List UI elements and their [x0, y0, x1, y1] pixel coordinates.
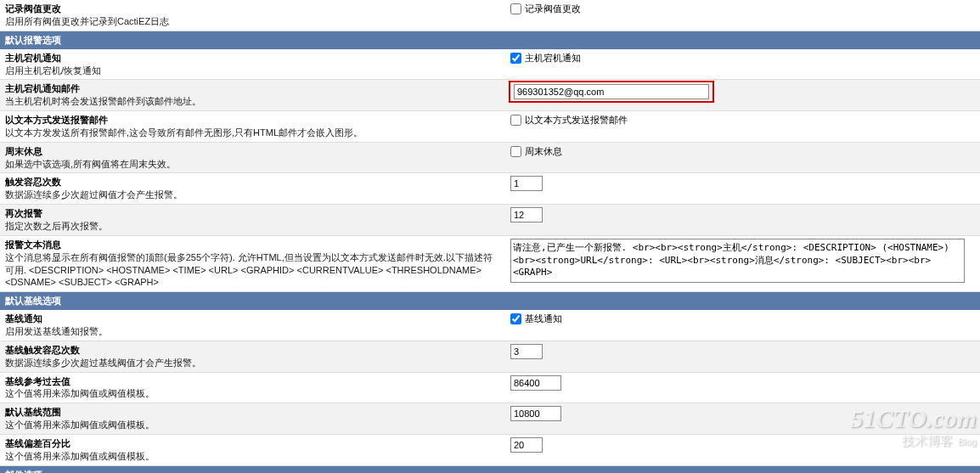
weekend-checkbox[interactable] — [510, 146, 521, 157]
baseline-notify-checkbox[interactable] — [510, 313, 521, 324]
realert-row: 再次报警 指定次数之后再次报警。 — [0, 205, 980, 236]
baseline-notify-row: 基线通知 启用发送基线通知报警。 基线通知 — [0, 310, 980, 341]
alert-msg-title: 报警文本消息 — [5, 239, 500, 251]
baseline-past-input[interactable] — [510, 375, 561, 391]
baseline-notify-desc: 启用发送基线通知报警。 — [5, 325, 500, 338]
log-threshold-row: 记录阀值更改 启用所有阀值更改并记录到CactiEZ日志 记录阀值更改 — [0, 0, 980, 31]
baseline-past-row: 基线参考过去值 这个值将用来添加阀值或阀值模板。 — [0, 373, 980, 404]
realert-desc: 指定次数之后再次报警。 — [5, 220, 500, 233]
text-mail-row: 以文本方式发送报警邮件 以文本方发发送所有报警邮件,这会导致所有邮件无图形,只有… — [0, 111, 980, 143]
baseline-trigger-row: 基线触发容忍次数 数据源连续多少次超过基线阀值才会产生报警。 — [0, 341, 980, 373]
baseline-notify-title: 基线通知 — [5, 313, 500, 325]
realert-title: 再次报警 — [5, 207, 500, 220]
weekend-title: 周末休息 — [5, 145, 500, 158]
weekend-checkbox-wrap[interactable]: 周末休息 — [510, 145, 562, 158]
host-down-email-title: 主机宕机通知邮件 — [5, 82, 500, 95]
host-down-email-input[interactable] — [514, 84, 709, 99]
log-threshold-chk-label: 记录阀值更改 — [525, 3, 581, 15]
trigger-count-input[interactable] — [510, 176, 543, 191]
baseline-trigger-desc: 数据源连续多少次超过基线阀值才会产生报警。 — [5, 357, 500, 369]
text-mail-checkbox[interactable] — [510, 115, 521, 126]
text-mail-desc: 以文本方发发送所有报警邮件,这会导致所有邮件无图形,只有HTML邮件才会嵌入图形… — [5, 127, 500, 139]
alert-section-header: 默认报警选项 — [0, 31, 980, 49]
host-down-email-highlight — [509, 81, 714, 103]
log-threshold-checkbox[interactable] — [510, 3, 521, 14]
baseline-notify-checkbox-wrap[interactable]: 基线通知 — [510, 313, 562, 325]
baseline-trigger-input[interactable] — [510, 344, 543, 359]
trigger-count-row: 触发容忍次数 数据源连续多少次超过阀值才会产生报警。 — [0, 173, 980, 205]
weekend-desc: 如果选中该选项,所有阀值将在周末失效。 — [5, 158, 500, 171]
host-down-notify-chk-label: 主机宕机通知 — [525, 52, 581, 65]
trigger-count-title: 触发容忍次数 — [5, 176, 500, 189]
host-down-notify-checkbox[interactable] — [510, 53, 521, 64]
text-mail-checkbox-wrap[interactable]: 以文本方式发送报警邮件 — [510, 114, 628, 127]
baseline-pct-title: 基线偏差百分比 — [5, 437, 500, 450]
text-mail-chk-label: 以文本方式发送报警邮件 — [525, 114, 628, 127]
host-down-notify-title: 主机宕机通知 — [5, 52, 500, 65]
baseline-section-header: 默认基线选项 — [0, 292, 980, 310]
baseline-pct-input[interactable] — [510, 437, 543, 453]
host-down-notify-desc: 启用主机宕机/恢复通知 — [5, 65, 500, 77]
host-down-email-row: 主机宕机通知邮件 当主机宕机时将会发送报警邮件到该邮件地址。 — [0, 80, 980, 111]
baseline-pct-row: 基线偏差百分比 这个值将用来添加阀值或阀值模板。 — [0, 435, 980, 466]
baseline-trigger-title: 基线触发容忍次数 — [5, 344, 500, 357]
baseline-notify-chk-label: 基线通知 — [525, 313, 562, 325]
trigger-count-desc: 数据源连续多少次超过阀值才会产生报警。 — [5, 189, 500, 201]
log-threshold-desc: 启用所有阀值更改并记录到CactiEZ日志 — [5, 15, 500, 28]
mail-section-header: 邮件选项 — [0, 466, 980, 473]
baseline-past-desc: 这个值将用来添加阀值或阀值模板。 — [5, 387, 500, 400]
log-threshold-title: 记录阀值更改 — [5, 3, 500, 15]
weekend-chk-label: 周末休息 — [525, 145, 562, 158]
baseline-range-desc: 这个值将用来添加阀值或阀值模板。 — [5, 419, 500, 431]
text-mail-title: 以文本方式发送报警邮件 — [5, 114, 500, 127]
host-down-notify-checkbox-wrap[interactable]: 主机宕机通知 — [510, 52, 581, 65]
baseline-range-title: 默认基线范围 — [5, 406, 500, 419]
baseline-range-input[interactable] — [510, 406, 561, 421]
realert-input[interactable] — [510, 207, 543, 222]
alert-msg-textarea[interactable]: 请注意,已产生一个新报警. <br><br><strong>主机</strong… — [510, 239, 965, 283]
host-down-notify-row: 主机宕机通知 启用主机宕机/恢复通知 主机宕机通知 — [0, 49, 980, 81]
weekend-row: 周末休息 如果选中该选项,所有阀值将在周末失效。 周末休息 — [0, 143, 980, 174]
baseline-range-row: 默认基线范围 这个值将用来添加阀值或阀值模板。 — [0, 403, 980, 435]
baseline-pct-desc: 这个值将用来添加阀值或阀值模板。 — [5, 450, 500, 463]
settings-form: 记录阀值更改 启用所有阀值更改并记录到CactiEZ日志 记录阀值更改 默认报警… — [0, 0, 980, 473]
alert-msg-row: 报警文本消息 这个消息将显示在所有阀值报警的顶部(最多255个字符). 允许HT… — [0, 236, 980, 292]
baseline-past-title: 基线参考过去值 — [5, 375, 500, 388]
host-down-email-desc: 当主机宕机时将会发送报警邮件到该邮件地址。 — [5, 95, 500, 108]
log-threshold-checkbox-wrap[interactable]: 记录阀值更改 — [510, 3, 581, 15]
alert-msg-desc: 这个消息将显示在所有阀值报警的顶部(最多255个字符). 允许HTML,但当设置… — [5, 251, 500, 290]
